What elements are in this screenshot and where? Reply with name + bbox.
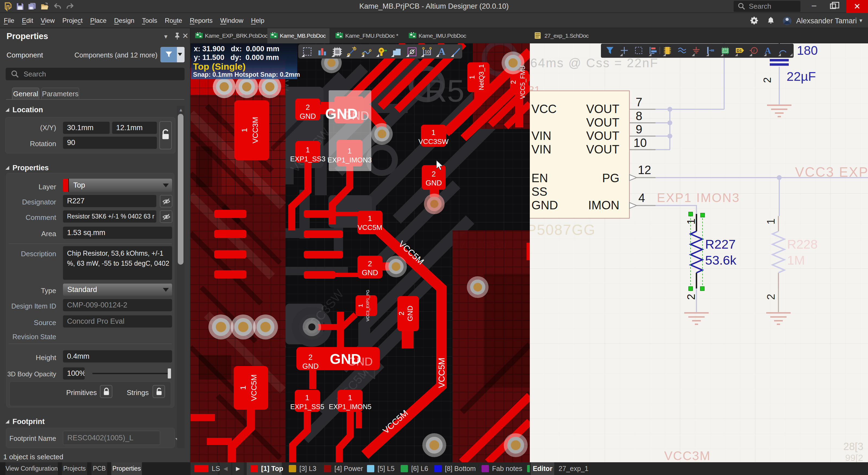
svg-text:VCC3_EXP1_PG: VCC3_EXP1_PG <box>365 290 370 321</box>
svg-text:1: 1 <box>348 394 352 402</box>
svg-text:2: 2 <box>509 80 517 84</box>
svg-text:1: 1 <box>347 147 351 155</box>
svg-text:2: 2 <box>685 294 697 300</box>
svg-text:2: 2 <box>762 77 773 83</box>
svg-text:1: 1 <box>431 129 435 137</box>
svg-text:EXP1_IMON5: EXP1_IMON5 <box>329 403 371 410</box>
svg-text:28[3: 28[3 <box>843 441 863 452</box>
svg-text:R227: R227 <box>705 237 736 251</box>
svg-text:i: i <box>753 48 754 54</box>
svg-text:.64ms @ Css = 22nF: .64ms @ Css = 22nF <box>530 56 658 70</box>
svg-text:GND: GND <box>362 269 378 277</box>
svg-text:VOUT: VOUT <box>586 143 619 156</box>
svg-text:9: 9 <box>636 123 642 136</box>
svg-text:Top (Single): Top (Single) <box>193 61 246 72</box>
svg-text:4: 4 <box>639 191 645 204</box>
svg-text:GND: GND <box>406 306 414 321</box>
svg-text:Snap: 0.1mm Hotspot Snap: 0.2m: Snap: 0.1mm Hotspot Snap: 0.2mm <box>193 71 300 78</box>
svg-text:VCC3M: VCC3M <box>664 449 711 462</box>
svg-text:GND: GND <box>343 109 369 122</box>
svg-text:1: 1 <box>305 394 309 402</box>
svg-text:1: 1 <box>368 214 372 223</box>
svg-text:1: 1 <box>357 304 364 307</box>
svg-text:SS: SS <box>531 185 548 198</box>
svg-text:1: 1 <box>765 218 777 225</box>
svg-text:GND: GND <box>347 355 373 368</box>
svg-text:1: 1 <box>240 128 249 132</box>
svg-text:EXP1_IMON3: EXP1_IMON3 <box>327 156 372 164</box>
svg-text:1: 1 <box>685 218 697 225</box>
svg-text:180: 180 <box>797 43 818 58</box>
svg-text:x: 31.900 dx: 0.000 mm: x: 31.900 dx: 0.000 mm <box>194 45 279 53</box>
svg-text:8: 8 <box>636 109 642 123</box>
svg-text:GND: GND <box>300 112 316 121</box>
svg-text:1M: 1M <box>787 253 805 267</box>
svg-text:VOUT: VOUT <box>586 116 619 129</box>
svg-text:VCC5M: VCC5M <box>250 374 258 401</box>
svg-text:EXP1_SS5: EXP1_SS5 <box>290 403 324 410</box>
svg-text:VOUT: VOUT <box>586 102 619 115</box>
svg-text:2: 2 <box>306 103 310 111</box>
svg-text:VIN: VIN <box>531 129 551 142</box>
svg-text:53.6k: 53.6k <box>705 253 736 267</box>
svg-text:A: A <box>765 46 771 56</box>
svg-text:10: 10 <box>425 49 430 54</box>
svg-text:99[2: 99[2 <box>845 452 863 462</box>
svg-text:EN: EN <box>531 171 548 184</box>
svg-text:GND: GND <box>302 362 319 370</box>
svg-text:VCC: VCC <box>531 102 557 115</box>
svg-text:2: 2 <box>432 170 436 178</box>
svg-text:1: 1 <box>306 146 310 154</box>
svg-text:2: 2 <box>368 260 372 268</box>
svg-text:R228: R228 <box>787 237 817 251</box>
svg-text:VOUT: VOUT <box>586 129 619 142</box>
svg-text:7: 7 <box>636 95 642 109</box>
svg-text:A: A <box>438 46 445 57</box>
svg-text:GND: GND <box>531 199 558 212</box>
svg-text:VCC3M: VCC3M <box>251 117 259 143</box>
svg-text:EXP1_SS3: EXP1_SS3 <box>290 155 326 163</box>
svg-text:EXP1 IMON3: EXP1 IMON3 <box>657 191 740 205</box>
svg-text:22µF: 22µF <box>786 69 816 83</box>
svg-text:1: 1 <box>239 385 247 390</box>
svg-text:GND: GND <box>426 179 442 187</box>
svg-text:D1: D1 <box>737 48 742 53</box>
svg-text:P5087GG: P5087GG <box>530 222 595 238</box>
svg-text:1: 1 <box>468 75 476 79</box>
svg-text:VCC5M: VCC5M <box>437 358 446 388</box>
svg-text:2: 2 <box>765 294 777 300</box>
svg-text:IMON: IMON <box>588 199 619 212</box>
svg-text:y: 11.500 dy: 0.000 mm: y: 11.500 dy: 0.000 mm <box>194 54 279 62</box>
svg-text:2: 2 <box>397 311 405 315</box>
svg-text:2: 2 <box>308 353 312 362</box>
svg-text:VCC3SW: VCC3SW <box>418 137 448 145</box>
svg-text:12: 12 <box>638 163 651 176</box>
svg-text:VIN: VIN <box>531 143 551 156</box>
svg-text:PG: PG <box>602 171 619 184</box>
svg-text:NetQ3_1: NetQ3_1 <box>478 64 485 90</box>
svg-text:10: 10 <box>633 136 647 149</box>
svg-text:VCC5M: VCC5M <box>358 224 382 232</box>
svg-text:VCC5_FMU: VCC5_FMU <box>519 65 526 99</box>
